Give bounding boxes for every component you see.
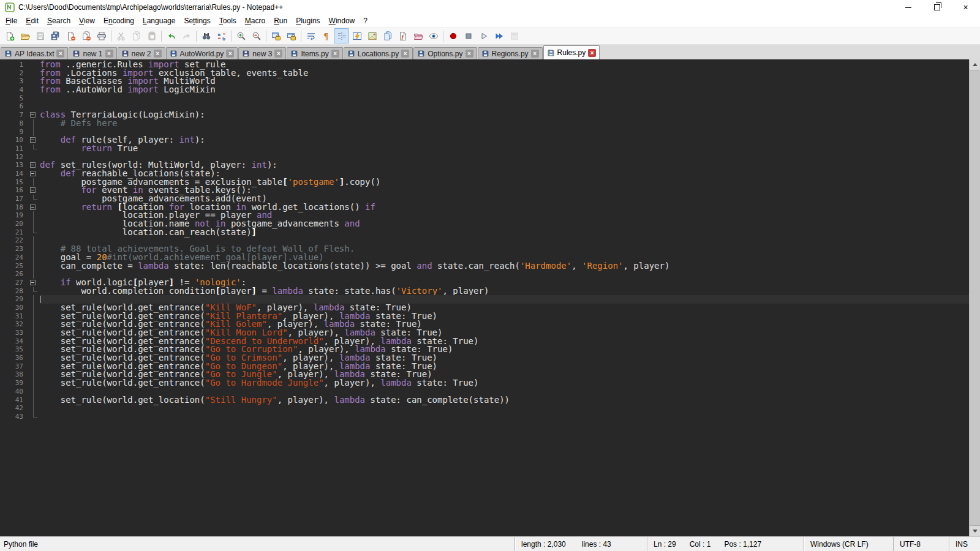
show-all-characters-button[interactable]: ¶ [318,28,334,43]
tab-close-icon[interactable]: × [226,50,234,58]
scrollbar-thumb[interactable] [970,70,980,526]
status-doc-type: Python file [0,537,514,551]
menu-window[interactable]: Window [325,15,360,26]
code-line-28[interactable]: 28 world.completion_condition[player] = … [0,287,969,296]
function-list-button[interactable]: f [395,28,410,43]
tab-items-py[interactable]: Items.py× [287,47,342,59]
tab-close-icon[interactable]: × [56,50,64,58]
menu-language[interactable]: Language [138,15,179,26]
document-list-button[interactable] [380,28,395,43]
code-line-42[interactable]: 42 [0,404,969,413]
tab-close-icon[interactable]: × [531,50,539,58]
code-area[interactable]: 1from ..generic.Rules import set_rule2fr… [0,59,969,536]
scrollbar-down-arrow[interactable] [970,526,980,536]
tab-rules-py[interactable]: Rules.py× [543,45,600,59]
tab-close-icon[interactable]: × [274,50,282,58]
menu-tools[interactable]: Tools [215,15,241,26]
function-completion-button[interactable] [349,28,364,43]
sync-horizontal-button[interactable] [284,28,299,43]
scrollbar-up-arrow[interactable] [970,59,980,70]
menu-run[interactable]: Run [270,15,292,26]
fold-collapse-icon[interactable] [28,279,40,287]
save-all-button[interactable] [48,28,63,43]
code-line-39[interactable]: 39 set_rule(world.get_entrance("Go to Ha… [0,379,969,388]
menu-search[interactable]: Search [43,15,75,26]
menu-settings[interactable]: Settings [179,15,214,26]
undo-button[interactable] [164,28,179,43]
save-button[interactable] [32,28,48,43]
fold-collapse-icon[interactable] [28,136,40,144]
indent-guide-button[interactable] [334,28,349,43]
tab-close-icon[interactable]: × [105,50,113,58]
tab-options-py[interactable]: Options.py× [413,47,477,59]
restore-button[interactable] [922,0,951,15]
tab-close-icon[interactable]: × [588,49,596,57]
code-line-41[interactable]: 41 set_rule(world.get_location("Still Hu… [0,396,969,405]
code-line-43[interactable]: 43 [0,413,969,421]
word-wrap-button[interactable] [303,28,318,43]
title-bar[interactable]: C:\Users\Dood\Documents\tmp\Archipelago\… [0,0,980,15]
tab-new-1[interactable]: new 1× [69,47,116,59]
sync-vertical-button[interactable] [268,28,284,43]
menu-help[interactable]: ? [359,15,372,26]
fold-collapse-icon[interactable] [28,203,40,212]
new-file-button[interactable] [2,28,17,43]
code-line-5[interactable]: 5 [0,94,969,103]
vertical-scrollbar[interactable] [969,59,980,536]
code-line-11[interactable]: 11 return True [0,144,969,153]
fold-collapse-icon[interactable] [28,111,40,119]
tab-close-icon[interactable]: × [466,50,473,58]
tab-close-icon[interactable]: × [154,50,162,58]
code-line-21[interactable]: 21 location.can_reach(state)] [0,228,969,237]
find-button[interactable] [198,28,214,43]
undo-icon [167,31,176,41]
tab-autoworld-py[interactable]: AutoWorld.py× [166,47,238,59]
tab-locations-py[interactable]: Locations.py× [344,47,413,59]
close-file-button[interactable] [63,28,78,43]
print-button[interactable] [94,28,109,43]
macro-play-button[interactable] [476,28,491,43]
code-line-8[interactable]: 8 # Defs here [0,119,969,128]
paste-button[interactable] [144,28,159,43]
menu-view[interactable]: View [75,15,99,26]
menu-encoding[interactable]: Encoding [99,15,138,26]
tab-ap-ideas-txt[interactable]: AP Ideas.txt× [1,47,68,59]
fold-collapse-icon[interactable] [28,161,40,170]
code-line-7[interactable]: 7class TerrariaLogic(LogicMixin): [0,111,969,119]
floppy-disk-icon [121,50,129,58]
fold-collapse-icon[interactable] [28,186,40,195]
tab-close-icon[interactable]: × [401,50,409,58]
tab-new-3[interactable]: new 3× [238,47,286,59]
menu-plugins[interactable]: Plugins [292,15,324,26]
document-map-button[interactable] [364,28,380,43]
close-all-button[interactable] [78,28,94,43]
close-window-button[interactable]: × [951,0,980,15]
tab-close-icon[interactable]: × [331,50,339,58]
redo-button[interactable] [179,28,194,43]
replace-button[interactable]: ab [214,28,229,43]
project-panel-button[interactable] [410,28,426,43]
fold-collapse-icon[interactable] [28,170,40,178]
fold-margin [28,404,40,413]
minimize-button[interactable] [894,0,922,15]
macro-run-multiple-button[interactable] [491,28,507,43]
code-line-10[interactable]: 10 def rule(self, player: int): [0,136,969,144]
macro-save-button[interactable] [507,28,522,43]
menu-file[interactable]: File [1,15,21,26]
monitoring-button[interactable] [426,28,441,43]
tab-new-2[interactable]: new 2× [118,47,165,59]
macro-stop-button[interactable] [461,28,476,43]
open-file-button[interactable] [17,28,32,43]
code-line-25[interactable]: 25 can_complete = lambda state: len(reac… [0,262,969,271]
menu-edit[interactable]: Edit [21,15,43,26]
cut-button[interactable] [113,28,129,43]
copy-button[interactable] [129,28,144,43]
tab-regions-py[interactable]: Regions.py× [478,47,543,59]
zoom-out-button[interactable] [249,28,264,43]
zoom-in-button[interactable] [233,28,249,43]
macro-record-button[interactable] [445,28,461,43]
code-text [40,94,969,103]
code-line-4[interactable]: 4from ..AutoWorld import LogicMixin [0,86,969,94]
menu-macro[interactable]: Macro [241,15,270,26]
fold-margin [28,211,40,220]
